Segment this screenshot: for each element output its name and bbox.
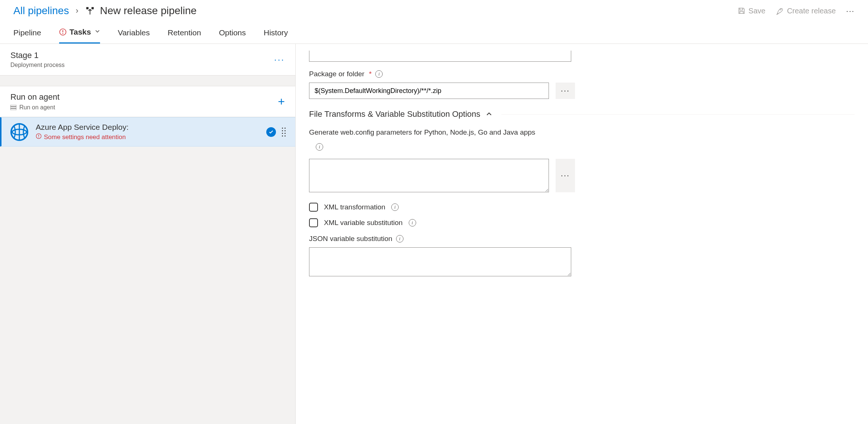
- task-card[interactable]: Azure App Service Deploy: Some settings …: [0, 117, 295, 147]
- browse-webconfig-button[interactable]: ···: [556, 159, 575, 192]
- svg-rect-1: [91, 7, 94, 9]
- tab-options[interactable]: Options: [219, 22, 246, 44]
- main-content: Stage 1 Deployment process ··· Run on ag…: [0, 44, 868, 424]
- tabs-bar: Pipeline Tasks Variables Retention Optio…: [0, 22, 868, 44]
- info-icon[interactable]: i: [396, 235, 404, 242]
- tab-history[interactable]: History: [264, 22, 288, 44]
- webconfig-input[interactable]: [309, 159, 549, 192]
- warning-icon: [59, 28, 67, 36]
- task-warning-text: Some settings need attention: [44, 134, 126, 141]
- info-icon[interactable]: i: [409, 219, 416, 227]
- left-pane: Stage 1 Deployment process ··· Run on ag…: [0, 44, 296, 424]
- create-release-label: Create release: [787, 7, 836, 15]
- package-folder-label: Package or folder* i: [309, 70, 855, 78]
- json-var-sub-label: JSON variable substitution i: [309, 235, 855, 243]
- xml-var-sub-label: XML variable substitution: [324, 219, 403, 227]
- warning-icon: [36, 133, 42, 141]
- svg-rect-5: [10, 105, 16, 106]
- svg-rect-7: [10, 109, 16, 110]
- stage-subtitle: Deployment process: [10, 62, 65, 68]
- save-button[interactable]: Save: [737, 7, 766, 15]
- previous-input-cutoff[interactable]: [309, 51, 571, 62]
- right-pane: Package or folder* i ··· File Transforms…: [296, 44, 868, 424]
- breadcrumb-root-link[interactable]: All pipelines: [13, 5, 69, 17]
- agent-job-title: Run on agent: [10, 92, 60, 102]
- section-file-transforms[interactable]: File Transforms & Variable Substitution …: [309, 109, 855, 119]
- server-icon: [10, 105, 16, 110]
- svg-point-11: [38, 137, 39, 138]
- agent-job-card[interactable]: Run on agent Run on agent +: [0, 86, 295, 117]
- left-pane-gap: [0, 76, 295, 86]
- save-label: Save: [749, 7, 766, 15]
- svg-rect-6: [10, 107, 16, 108]
- add-task-button[interactable]: +: [278, 95, 285, 109]
- svg-point-4: [62, 33, 63, 34]
- info-icon[interactable]: i: [375, 70, 383, 78]
- azure-app-service-icon: [10, 123, 28, 141]
- info-icon[interactable]: i: [391, 203, 399, 211]
- xml-var-sub-checkbox[interactable]: [309, 218, 318, 227]
- save-icon: [737, 7, 746, 15]
- tab-pipeline[interactable]: Pipeline: [13, 22, 41, 44]
- xml-transformation-checkbox[interactable]: [309, 203, 318, 212]
- breadcrumb: All pipelines › New release pipeline: [13, 5, 197, 17]
- stage-card[interactable]: Stage 1 Deployment process ···: [0, 44, 295, 76]
- header-more-button[interactable]: ···: [846, 7, 855, 15]
- svg-rect-0: [86, 7, 89, 9]
- tab-variables[interactable]: Variables: [118, 22, 150, 44]
- section-title: File Transforms & Variable Substitution …: [309, 109, 480, 119]
- tab-retention[interactable]: Retention: [168, 22, 201, 44]
- rocket-icon: [776, 7, 784, 15]
- chevron-up-icon[interactable]: [486, 111, 492, 118]
- header-actions: Save Create release ···: [737, 7, 855, 15]
- tab-tasks-label: Tasks: [70, 28, 91, 36]
- stage-title: Stage 1: [10, 51, 65, 60]
- chevron-down-icon: [95, 29, 100, 35]
- task-title: Azure App Service Deploy:: [36, 123, 259, 132]
- header-bar: All pipelines › New release pipeline Sav…: [0, 0, 868, 22]
- package-folder-input[interactable]: [309, 83, 549, 99]
- webconfig-label: Generate web.config parameters for Pytho…: [309, 127, 855, 138]
- release-pipeline-icon: [85, 6, 95, 16]
- agent-job-subtitle: Run on agent: [19, 104, 55, 111]
- drag-handle-icon[interactable]: [282, 126, 288, 138]
- xml-transformation-label: XML transformation: [324, 203, 385, 211]
- breadcrumb-separator-icon: ›: [75, 6, 78, 16]
- breadcrumb-title: New release pipeline: [100, 5, 197, 17]
- stage-more-button[interactable]: ···: [274, 54, 285, 65]
- json-var-sub-input[interactable]: [309, 247, 571, 276]
- info-icon[interactable]: i: [316, 143, 323, 151]
- create-release-button[interactable]: Create release: [776, 7, 836, 15]
- tab-tasks[interactable]: Tasks: [59, 22, 100, 44]
- browse-package-button[interactable]: ···: [556, 83, 575, 99]
- task-enabled-badge[interactable]: [266, 127, 276, 137]
